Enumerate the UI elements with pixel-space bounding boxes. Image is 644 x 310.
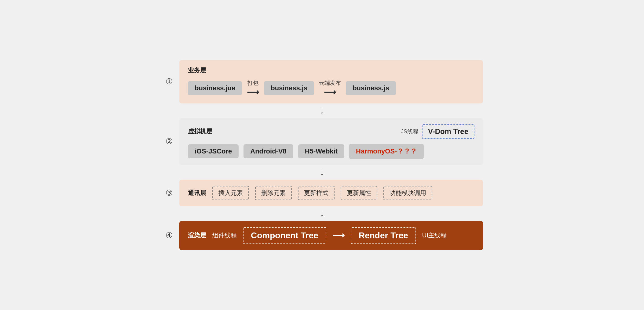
layer-4-content: 渲染层 组件线程 Component Tree ⟶ Render Tree UI… [188, 227, 474, 244]
module-call-box: 功能模块调用 [383, 186, 432, 200]
layer-3-title: 通讯层 [188, 189, 206, 197]
pack-label: 打包 [247, 79, 258, 87]
render-arrow: ⟶ [332, 230, 345, 240]
insert-element-box: 插入元素 [212, 186, 249, 200]
layer-3-box: 通讯层 插入元素 删除元素 更新样式 更新属性 功能模块调用 [179, 180, 483, 206]
layer-1-content: business.jue 打包 ⟶ business.js 云端发布 ⟶ bus… [188, 79, 474, 97]
layer-1-title: 业务层 [188, 66, 474, 74]
layer-2-content: iOS-JSCore Android-V8 H5-Webkit HarmonyO… [188, 144, 474, 159]
update-style-box: 更新样式 [298, 186, 335, 200]
arrow-down-3: ↓ [161, 206, 483, 221]
ui-thread-label: UI主线程 [422, 231, 447, 240]
business-jue-box: business.jue [188, 81, 242, 95]
layer-2-row: ② 虚拟机层 JS线程 V-Dom Tree iOS-JSCore Androi… [161, 118, 483, 165]
layer-4-number: ④ [161, 221, 177, 250]
component-thread-label: 组件线程 [212, 231, 237, 240]
layer-2-title: 虚拟机层 [188, 127, 212, 135]
pack-arrow: 打包 ⟶ [247, 79, 259, 97]
layer-1-number: ① [161, 60, 177, 103]
update-attr-box: 更新属性 [341, 186, 377, 200]
layer-3-content: 通讯层 插入元素 删除元素 更新样式 更新属性 功能模块调用 [188, 186, 474, 200]
layer-1-row: ① 业务层 business.jue 打包 ⟶ business.js 云端发布… [161, 60, 483, 103]
deploy-arrow: 云端发布 ⟶ [319, 79, 341, 97]
harmonyos-box: HarmonyOS-？？？ [349, 144, 424, 159]
delete-element-box: 删除元素 [255, 186, 292, 200]
layer-4-title: 渲染层 [188, 231, 206, 240]
ios-jscore-box: iOS-JSCore [188, 144, 239, 158]
render-tree-box: Render Tree [351, 227, 416, 244]
arrow-down-2: ↓ [161, 165, 483, 180]
layer-4-row: ④ 渲染层 组件线程 Component Tree ⟶ Render Tree … [161, 221, 483, 250]
layer-3-number: ③ [161, 180, 177, 206]
component-tree-box: Component Tree [243, 227, 326, 244]
layer-2-box: 虚拟机层 JS线程 V-Dom Tree iOS-JSCore Android-… [179, 118, 483, 165]
arrow-down-1: ↓ [161, 103, 483, 118]
right-arrow-2: ⟶ [324, 87, 336, 97]
business-js-box-2: business.js [346, 81, 396, 95]
layer-4-box: 渲染层 组件线程 Component Tree ⟶ Render Tree UI… [179, 221, 483, 250]
js-thread-label: JS线程 [401, 128, 418, 135]
android-v8-box: Android-V8 [243, 144, 293, 158]
layer-1-box: 业务层 business.jue 打包 ⟶ business.js 云端发布 ⟶… [179, 60, 483, 103]
deploy-label: 云端发布 [319, 79, 341, 87]
layer-3-row: ③ 通讯层 插入元素 删除元素 更新样式 更新属性 功能模块调用 [161, 180, 483, 206]
right-arrow-1: ⟶ [247, 87, 259, 97]
diagram-container: ① 业务层 business.jue 打包 ⟶ business.js 云端发布… [161, 60, 483, 250]
h5-webkit-box: H5-Webkit [298, 144, 344, 158]
layer-2-number: ② [161, 118, 177, 165]
business-js-box-1: business.js [264, 81, 314, 95]
layer-2-top: 虚拟机层 JS线程 V-Dom Tree [188, 124, 474, 139]
vdom-tree-box: V-Dom Tree [422, 124, 474, 139]
